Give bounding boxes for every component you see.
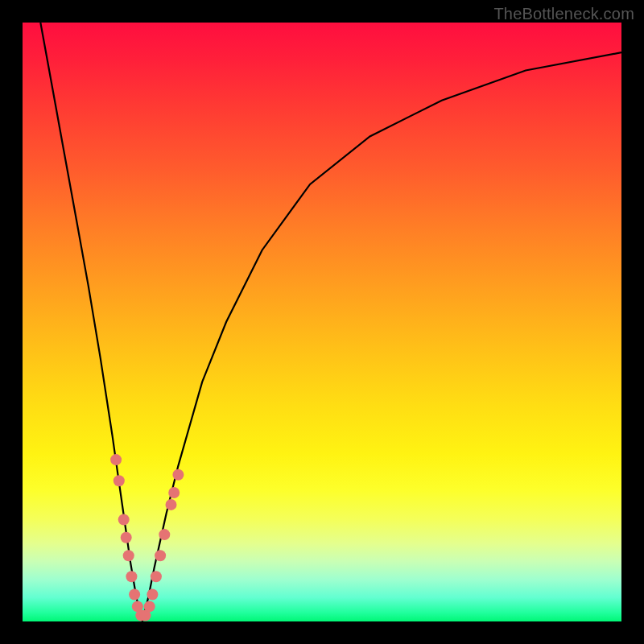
curve-marker xyxy=(123,550,134,561)
plot-area xyxy=(23,23,621,621)
curve-marker xyxy=(168,487,180,498)
curve-marker xyxy=(155,550,166,561)
curve-marker xyxy=(166,499,177,510)
curve-marker xyxy=(114,475,125,486)
curve-marker xyxy=(159,529,170,540)
curve-marker xyxy=(126,571,137,582)
chart-frame: TheBottleneck.com xyxy=(0,0,644,644)
watermark-text: TheBottleneck.com xyxy=(493,5,634,23)
curve-marker xyxy=(118,514,130,526)
curve-marker xyxy=(129,589,140,601)
curve-marker xyxy=(172,469,184,481)
curve-marker xyxy=(144,601,155,612)
curve-layer xyxy=(23,23,621,621)
bottleneck-curve xyxy=(40,23,621,621)
curve-marker xyxy=(147,589,158,601)
curve-marker xyxy=(121,532,132,543)
curve-marker xyxy=(151,571,162,582)
curve-marker xyxy=(110,454,122,465)
curve-markers xyxy=(110,454,184,621)
